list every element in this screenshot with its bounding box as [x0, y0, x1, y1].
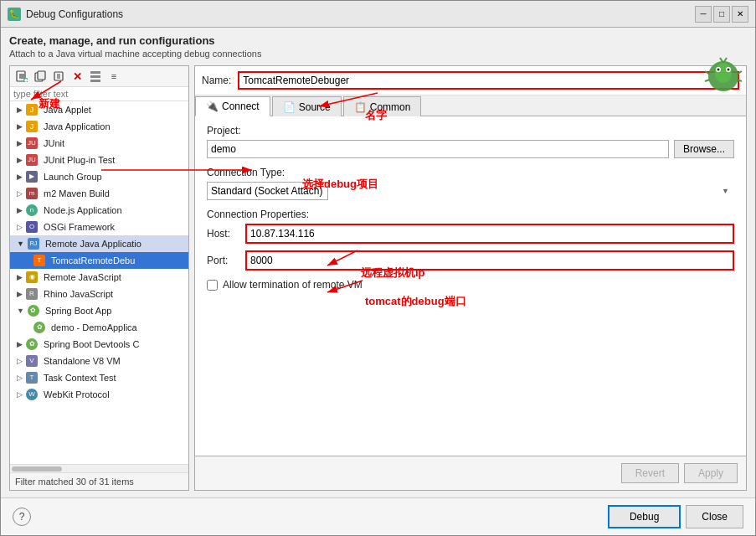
tree-label: Rhino JavaScript	[44, 286, 113, 302]
expand-arrow: ▷	[17, 186, 23, 201]
rhino-icon: R	[26, 288, 38, 300]
tree-label: Java Application	[44, 119, 111, 134]
revert-button[interactable]: Revert	[621, 463, 679, 483]
expand-arrow: ▶	[17, 119, 23, 134]
tree-item-nodejs[interactable]: ▶ n Node.js Application	[10, 202, 188, 219]
horizontal-scrollbar[interactable]	[10, 464, 188, 472]
java-applet-icon: J	[26, 104, 38, 116]
project-input[interactable]	[207, 140, 669, 158]
copy-button[interactable]	[50, 68, 67, 85]
tree-item-maven[interactable]: ▷ m m2 Maven Build	[10, 185, 188, 202]
junit-icon: JU	[26, 137, 38, 149]
name-annotation: 名字	[365, 108, 387, 123]
source-tab-icon: 📄	[283, 101, 296, 113]
tree-item-java-application[interactable]: ▶ J Java Application	[10, 118, 188, 135]
project-label: Project:	[207, 125, 734, 137]
tree-item-junit[interactable]: ▶ JU JUnit	[10, 135, 188, 152]
spring-icon: ✿	[28, 305, 39, 317]
tree-item-webkit[interactable]: ▷ W WebKit Protocol	[10, 386, 188, 403]
connection-type-group: Connection Type: Standard (Socket Attach…	[207, 167, 734, 200]
new-config-button[interactable]	[13, 68, 30, 85]
svg-point-1	[715, 63, 732, 83]
tree-item-osgi[interactable]: ▷ O OSGi Framework	[10, 219, 188, 235]
tree-item-demo-app[interactable]: ✿ demo - DemoApplica	[10, 319, 188, 336]
tomcat-icon: T	[33, 255, 45, 266]
launch-icon: ▶	[26, 171, 38, 183]
ip-annotation: 远程虚拟机ip	[361, 265, 425, 281]
tree-item-spring-devtools[interactable]: ▶ ✿ Spring Boot Devtools C	[10, 336, 188, 353]
tree-item-remote-js[interactable]: ▶ ◉ Remote JavaScript	[10, 269, 188, 286]
expand-arrow: ▷	[17, 219, 23, 234]
tree-item-remote-java[interactable]: ▼ RJ Remote Java Applicatio	[10, 235, 188, 252]
port-input[interactable]	[245, 250, 734, 271]
scrollbar-thumb[interactable]	[12, 466, 62, 472]
task-icon: T	[26, 372, 38, 384]
tree-label: Spring Boot Devtools C	[44, 337, 139, 352]
expand-arrow: ▶	[17, 203, 23, 218]
tree-item-standalone[interactable]: ▷ V Standalone V8 VM	[10, 353, 188, 369]
name-input[interactable]	[238, 71, 739, 90]
dialog-content: 新建 名字 选择debug项目 远程虚拟机ip tomcat的debug端口	[1, 28, 755, 497]
expand-arrow: ▶	[17, 152, 23, 168]
tree-label: TomcatRemoteDebu	[51, 253, 135, 268]
name-row: Name:	[195, 66, 746, 95]
debug-icon: 🐛	[8, 8, 21, 21]
debug-proj-annotation: 选择debug项目	[302, 177, 378, 192]
close-button[interactable]: Close	[686, 505, 743, 528]
tree-label: Task Context Test	[44, 370, 116, 385]
tree-item-java-applet[interactable]: ▶ J Java Applet	[10, 101, 188, 118]
title-bar: 🐛 Debug Configurations ─ □ ✕	[1, 1, 755, 28]
apply-button[interactable]: Apply	[684, 463, 738, 483]
collapse-all-button[interactable]	[87, 68, 104, 85]
minimize-button[interactable]: ─	[695, 6, 712, 23]
left-panel: ✕ ≡ ▶ J Java Applet	[9, 65, 189, 491]
tab-connect[interactable]: 🔌 Connect	[195, 96, 270, 116]
tree-label: WebKit Protocol	[44, 387, 110, 402]
tree-item-rhino-js[interactable]: ▶ R Rhino JavaScript	[10, 286, 188, 302]
tree-label: demo - DemoApplica	[51, 320, 137, 335]
tree-item-junit-plugin[interactable]: ▶ JU JUnit Plug-in Test	[10, 152, 188, 168]
header-title: Create, manage, and run configurations	[9, 34, 747, 47]
title-bar-left: 🐛 Debug Configurations	[8, 8, 123, 21]
expand-arrow: ▷	[17, 353, 23, 368]
nodejs-icon: n	[26, 204, 38, 216]
browse-button[interactable]: Browse...	[674, 140, 734, 158]
connection-props-label: Connection Properties:	[207, 209, 734, 220]
maximize-button[interactable]: □	[713, 6, 730, 23]
filter-input[interactable]	[10, 87, 188, 101]
java-app-icon: J	[26, 121, 38, 132]
bug-mascot	[702, 54, 745, 98]
host-input[interactable]	[245, 224, 734, 244]
name-label: Name:	[202, 75, 231, 86]
webkit-icon: W	[26, 389, 38, 400]
junit-plugin-icon: JU	[26, 154, 38, 166]
project-row: Browse...	[207, 140, 734, 158]
revert-apply-bar: Revert Apply	[195, 456, 746, 490]
expand-arrow: ▶	[17, 102, 23, 117]
close-window-button[interactable]: ✕	[732, 6, 748, 23]
expand-arrow: ▼	[17, 236, 24, 251]
delete-button[interactable]: ✕	[69, 68, 85, 85]
filter-button[interactable]: ≡	[105, 68, 122, 85]
tree-label: m2 Maven Build	[44, 186, 110, 201]
window-title: Debug Configurations	[26, 8, 123, 20]
expand-arrow: ▷	[17, 387, 23, 402]
tree-label: Remote JavaScript	[44, 270, 121, 285]
host-row: Host:	[207, 224, 734, 244]
expand-arrow: ▶	[17, 337, 23, 352]
osgi-icon: O	[26, 221, 38, 233]
tree-item-launch-group[interactable]: ▶ ▶ Launch Group	[10, 168, 188, 185]
filter-matched-label: Filter matched 30 of 31 items	[10, 472, 188, 490]
allow-termination-checkbox[interactable]	[207, 280, 218, 291]
debug-button[interactable]: Debug	[608, 505, 681, 528]
tab-source[interactable]: 📄 Source	[272, 96, 342, 116]
footer-bar: ? Debug Close	[1, 497, 755, 535]
svg-rect-20	[38, 71, 45, 80]
header-subtitle: Attach to a Java virtual machine accepti…	[9, 49, 747, 59]
tree-item-task-context[interactable]: ▷ T Task Context Test	[10, 369, 188, 386]
devtools-icon: ✿	[26, 338, 38, 350]
tree-item-spring-boot[interactable]: ▼ ✿ Spring Boot App	[10, 302, 188, 319]
help-button[interactable]: ?	[13, 508, 31, 526]
duplicate-button[interactable]	[32, 68, 49, 85]
tree-item-tomcat-remote[interactable]: T TomcatRemoteDebu	[10, 252, 188, 269]
